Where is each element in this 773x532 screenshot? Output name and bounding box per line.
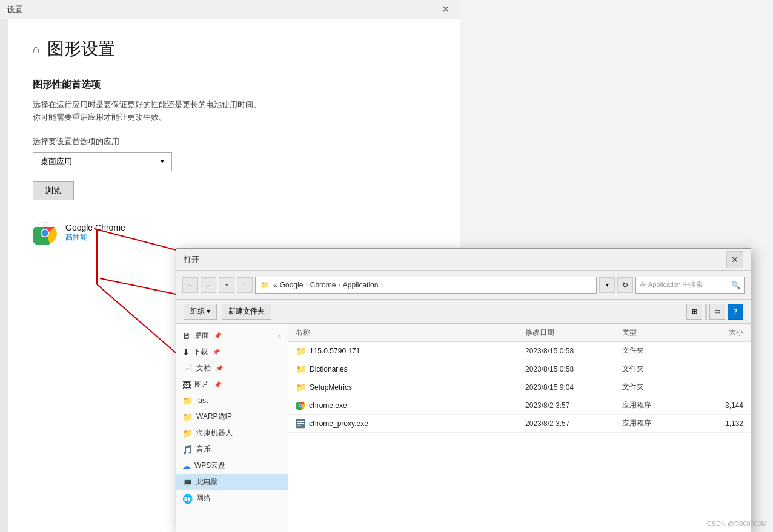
col-size[interactable]: 大小 (695, 327, 743, 338)
file-name-2: 📁 SetupMetrics (296, 383, 525, 392)
nav-item-music[interactable]: 🎵 音乐 (176, 441, 288, 458)
address-dropdown-button[interactable]: ▾ (599, 277, 615, 293)
file-modified-4: 2023/8/2 3:57 (525, 419, 622, 428)
downloads-icon: ⬇ (182, 347, 190, 357)
settings-close-button[interactable]: ✕ (438, 2, 453, 17)
back-button[interactable]: ← (182, 277, 198, 293)
file-open-dialog: 打开 ✕ ← → ▾ ↑ 📁 « Google › Chrome › Appli… (176, 248, 751, 532)
addr-sep3: › (380, 281, 382, 288)
nav-item-pictures[interactable]: 🖼 图片 📌 (176, 376, 288, 393)
nav-item-wps[interactable]: ☁ WPS云盘 (176, 458, 288, 474)
up-button[interactable]: ↑ (237, 277, 253, 293)
address-breadcrumb: « Google › Chrome › Application › (273, 281, 383, 289)
network-icon: 🌐 (182, 494, 193, 504)
file-modified-2: 2023/8/15 9:04 (525, 383, 622, 392)
dialog-body: 🖥 桌面 📌 ∧ ⬇ 下载 📌 📄 文档 📌 🖼 图片 📌 📁 (176, 324, 751, 532)
file-row-1[interactable]: 📁 Dictionaries 2023/8/15 0:58 文件夹 (288, 360, 751, 378)
file-type-2: 文件夹 (622, 382, 695, 392)
dialog-toolbar: ← → ▾ ↑ 📁 « Google › Chrome › Applicatio… (176, 271, 751, 300)
new-folder-button[interactable]: 新建文件夹 (222, 304, 271, 320)
pin-icon-pictures: 📌 (214, 381, 221, 388)
refresh-button[interactable]: ↻ (617, 277, 633, 293)
file-label-3: chrome.exe (309, 401, 347, 410)
file-row-4[interactable]: chrome_proxy.exe 2023/8/2 3:57 应用程序 1,13… (288, 415, 751, 433)
file-label-4: chrome_proxy.exe (309, 419, 368, 428)
preview-pane-button[interactable]: ▭ (709, 304, 725, 320)
svg-rect-15 (297, 423, 304, 424)
nav-item-hikvision[interactable]: 📁 海康机器人 (176, 425, 288, 441)
svg-rect-16 (297, 425, 301, 426)
fast-icon: 📁 (182, 396, 193, 406)
file-name-0: 📁 115.0.5790.171 (296, 346, 525, 356)
address-bar[interactable]: 📁 « Google › Chrome › Application › (255, 277, 597, 294)
file-label-2: SetupMetrics (310, 383, 352, 392)
file-row-0[interactable]: 📁 115.0.5790.171 2023/8/15 0:58 文件夹 (288, 342, 751, 360)
col-type[interactable]: 类型 (622, 327, 695, 338)
settings-content: ⌂ 图形设置 图形性能首选项 选择在运行应用时是要保证更好的性能还是更长的电池使… (0, 19, 460, 263)
wps-icon: ☁ (182, 461, 191, 471)
view-toggle-button[interactable]: ⊞ (686, 304, 702, 320)
search-placeholder: 在 Application 中搜索 (640, 280, 729, 289)
select-label: 选择要设置首选项的应用 (33, 136, 436, 147)
music-icon: 🎵 (182, 445, 193, 455)
nav-item-desktop[interactable]: 🖥 桌面 📌 ∧ (176, 327, 288, 344)
view-divider (705, 304, 707, 320)
app-type-value: 桌面应用 (41, 156, 72, 167)
svg-point-3 (42, 229, 48, 236)
svg-point-12 (299, 404, 302, 407)
file-type-3: 应用程序 (622, 400, 695, 410)
dialog-close-button[interactable]: ✕ (726, 251, 743, 268)
file-list-header: 名称 修改日期 类型 大小 (288, 324, 751, 342)
settings-sidebar (0, 19, 8, 532)
nav-item-pictures-label: 图片 (194, 379, 209, 390)
nav-item-downloads[interactable]: ⬇ 下载 📌 (176, 344, 288, 360)
addr-sep2: › (338, 281, 340, 288)
forward-button[interactable]: → (201, 277, 216, 293)
addr-sep1: › (305, 281, 307, 288)
search-icon: 🔍 (731, 281, 740, 289)
col-modified[interactable]: 修改日期 (525, 327, 622, 338)
hikvision-icon: 📁 (182, 429, 193, 438)
nav-item-network[interactable]: 🌐 网络 (176, 490, 288, 507)
settings-window-title: 设置 (7, 4, 23, 15)
documents-icon: 📄 (182, 364, 193, 373)
chrome-exe-icon (296, 401, 305, 410)
pin-icon-downloads: 📌 (213, 349, 220, 355)
nav-item-fast[interactable]: 📁 fast (176, 393, 288, 409)
nav-item-mypc[interactable]: 💻 此电脑 (176, 474, 288, 490)
help-button[interactable]: ? (728, 304, 743, 320)
file-row-2[interactable]: 📁 SetupMetrics 2023/8/15 9:04 文件夹 (288, 378, 751, 396)
dialog-action-bar: 组织 ▾ 新建文件夹 ⊞ ▭ ? (176, 300, 751, 324)
file-type-0: 文件夹 (622, 346, 695, 356)
search-bar[interactable]: 在 Application 中搜索 🔍 (635, 277, 745, 294)
chrome-app-icon (33, 221, 57, 245)
browse-button[interactable]: 浏览 (33, 181, 74, 200)
mypc-icon: 💻 (182, 478, 193, 487)
nav-item-fast-label: fast (196, 396, 208, 405)
addr-application: Application (343, 281, 379, 289)
home-icon: ⌂ (33, 42, 40, 56)
addr-chrome: Chrome (310, 281, 336, 289)
nav-item-documents[interactable]: 📄 文档 📌 (176, 360, 288, 376)
file-modified-3: 2023/8/2 3:57 (525, 401, 622, 410)
dropdown-nav-button[interactable]: ▾ (219, 277, 234, 293)
file-row-3[interactable]: chrome.exe 2023/8/2 3:57 应用程序 3,144 (288, 396, 751, 415)
folder-icon-2: 📁 (296, 383, 306, 392)
file-name-4: chrome_proxy.exe (296, 419, 525, 429)
pin-icon-desktop: 📌 (214, 332, 221, 339)
nav-item-documents-label: 文档 (196, 363, 211, 373)
file-name-1: 📁 Dictionaries (296, 364, 525, 374)
nav-item-wps-label: WPS云盘 (194, 461, 225, 471)
app-name: Google Chrome (65, 223, 125, 232)
page-header: ⌂ 图形设置 (33, 31, 436, 61)
organize-button[interactable]: 组织 ▾ (184, 304, 217, 320)
col-name[interactable]: 名称 (296, 327, 525, 338)
dialog-title: 打开 (184, 254, 726, 265)
nav-item-warp[interactable]: 📁 WARP选IP (176, 409, 288, 425)
app-type-select[interactable]: 桌面应用 ▾ (33, 152, 172, 171)
expand-icon-desktop: ∧ (277, 333, 282, 339)
addr-google: Google (280, 281, 304, 289)
proxy-exe-icon (296, 419, 305, 429)
app-info: Google Chrome 高性能 (65, 223, 125, 243)
file-type-1: 文件夹 (622, 364, 695, 374)
